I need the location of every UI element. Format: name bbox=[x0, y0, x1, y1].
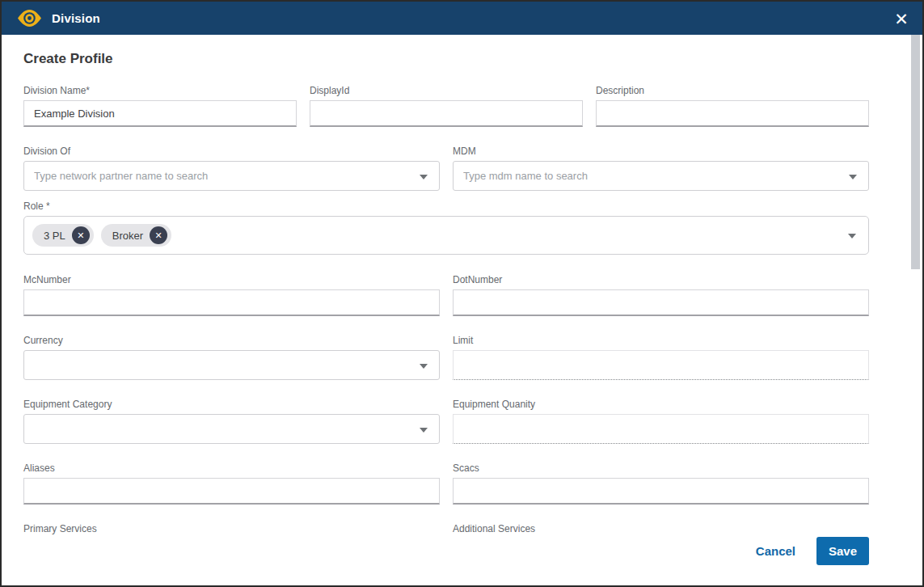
role-chip: 3 PL ✕ bbox=[32, 224, 94, 247]
equipment-quantity-label: Equipment Quanity bbox=[453, 399, 869, 410]
additional-services-label: Additional Services bbox=[453, 523, 869, 534]
create-profile-form: Create Profile Division Name* DisplayId … bbox=[2, 35, 922, 538]
dot-number-label: DotNumber bbox=[453, 274, 869, 285]
field-aliases: Aliases bbox=[23, 462, 440, 505]
field-limit: Limit bbox=[453, 335, 869, 380]
aliases-input[interactable] bbox=[23, 478, 440, 505]
equipment-category-select[interactable] bbox=[23, 414, 440, 444]
aliases-label: Aliases bbox=[23, 462, 440, 474]
field-description: Description bbox=[596, 85, 869, 127]
role-label: Role * bbox=[23, 201, 869, 212]
field-equipment-quantity: Equipment Quanity bbox=[453, 399, 869, 444]
mc-number-input[interactable] bbox=[23, 289, 440, 316]
display-id-label: DisplayId bbox=[310, 85, 583, 96]
field-mdm: MDM bbox=[453, 146, 869, 191]
page-title: Create Profile bbox=[23, 51, 869, 67]
role-chip-label: Broker bbox=[112, 230, 143, 242]
description-label: Description bbox=[596, 85, 869, 96]
mc-number-label: McNumber bbox=[23, 274, 440, 285]
currency-select[interactable] bbox=[23, 350, 440, 380]
field-division-of: Division Of bbox=[23, 146, 440, 191]
chevron-down-icon bbox=[848, 234, 856, 239]
display-id-input[interactable] bbox=[310, 100, 583, 127]
remove-chip-icon[interactable]: ✕ bbox=[150, 226, 167, 244]
role-multiselect[interactable]: 3 PL ✕ Broker ✕ bbox=[23, 216, 869, 255]
mdm-input[interactable] bbox=[453, 161, 869, 191]
field-division-name: Division Name* bbox=[23, 85, 297, 127]
scrollbar-thumb[interactable] bbox=[911, 35, 920, 269]
mdm-label: MDM bbox=[453, 146, 869, 157]
dot-number-input[interactable] bbox=[453, 289, 869, 316]
division-of-input[interactable] bbox=[23, 161, 440, 191]
equipment-quantity-input[interactable] bbox=[453, 414, 869, 444]
field-equipment-category: Equipment Category bbox=[23, 399, 440, 444]
role-chip-label: 3 PL bbox=[44, 230, 65, 242]
field-display-id: DisplayId bbox=[310, 85, 583, 127]
vertical-scrollbar[interactable] bbox=[910, 35, 921, 584]
division-name-input[interactable] bbox=[23, 100, 297, 127]
close-icon[interactable]: ✕ bbox=[892, 9, 911, 28]
description-input[interactable] bbox=[596, 100, 869, 127]
equipment-category-label: Equipment Category bbox=[23, 399, 440, 410]
dialog-title: Division bbox=[52, 11, 100, 25]
division-of-label: Division Of bbox=[23, 146, 440, 157]
field-dot-number: DotNumber bbox=[453, 274, 869, 316]
field-scacs: Scacs bbox=[453, 462, 869, 505]
limit-label: Limit bbox=[453, 335, 869, 346]
primary-services-label: Primary Services bbox=[23, 523, 440, 534]
eye-logo-icon bbox=[18, 10, 41, 27]
field-additional-services: Additional Services bbox=[453, 523, 869, 538]
field-mc-number: McNumber bbox=[23, 274, 440, 316]
dialog-header: Division ✕ bbox=[2, 2, 922, 35]
save-button[interactable]: Save bbox=[816, 537, 869, 565]
role-chip: Broker ✕ bbox=[101, 224, 171, 247]
cancel-button[interactable]: Cancel bbox=[756, 544, 795, 558]
currency-label: Currency bbox=[23, 335, 440, 346]
remove-chip-icon[interactable]: ✕ bbox=[72, 226, 90, 244]
field-currency: Currency bbox=[23, 335, 440, 380]
dialog-footer: Cancel Save bbox=[23, 537, 869, 565]
scacs-label: Scacs bbox=[453, 462, 869, 474]
scacs-input[interactable] bbox=[453, 478, 869, 505]
division-name-label: Division Name* bbox=[23, 85, 297, 96]
field-primary-services: Primary Services bbox=[23, 523, 440, 538]
limit-input[interactable] bbox=[453, 350, 869, 380]
